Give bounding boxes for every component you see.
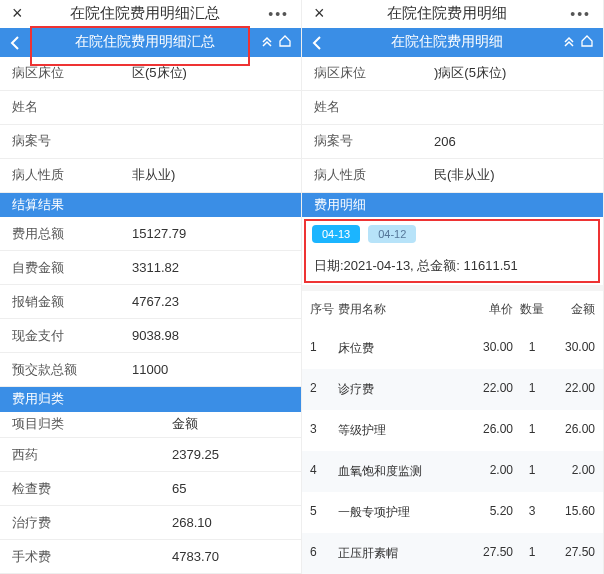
right-pane: × 在院住院费用明细 ••• 在院住院费用明细 病区床位)病区(5床位)姓名病案… — [302, 0, 604, 574]
info-row: 费用总额15127.79 — [0, 217, 301, 251]
info-label: 病区床位 — [12, 64, 132, 82]
back-icon[interactable] — [10, 34, 28, 50]
home-icon[interactable] — [279, 35, 291, 50]
info-label: 病区床位 — [314, 64, 434, 82]
cell-price: 30.00 — [461, 340, 513, 357]
home-icon[interactable] — [581, 35, 593, 50]
info-value: 9038.98 — [132, 328, 289, 343]
cell-name: 一般专项护理 — [338, 504, 461, 521]
info-row: 治疗费268.10 — [0, 506, 301, 540]
info-value: )病区(5床位) — [434, 64, 591, 82]
cell-amount: 22.00 — [551, 381, 595, 398]
info-value: 区(5床位) — [132, 64, 289, 82]
info-label: 费用总额 — [12, 225, 132, 243]
table-row: 3等级护理26.00126.00 — [302, 410, 603, 451]
info-row: 病区床位)病区(5床位) — [302, 57, 603, 91]
more-icon[interactable]: ••• — [268, 6, 289, 22]
nav-title: 在院住院费用明细汇总 — [28, 33, 261, 51]
cell-qty: 1 — [513, 340, 551, 357]
cell-index: 5 — [310, 504, 338, 521]
collapse-icon[interactable] — [261, 35, 273, 50]
info-row: 预交款总额11000 — [0, 353, 301, 387]
navbar: 在院住院费用明细 — [302, 28, 603, 57]
info-label: 手术费 — [12, 548, 172, 566]
cell-amount: 30.00 — [551, 340, 595, 357]
close-icon[interactable]: × — [12, 3, 23, 24]
tab-date-0[interactable]: 04-13 — [312, 225, 360, 243]
cell-amount: 27.50 — [551, 545, 595, 562]
page-title: 在院住院费用明细 — [387, 4, 507, 23]
th-qty: 数量 — [513, 301, 551, 318]
th-price: 单价 — [461, 301, 513, 318]
cell-price: 27.50 — [461, 545, 513, 562]
info-value: 3311.82 — [132, 260, 289, 275]
info-label: 检查费 — [12, 480, 172, 498]
cell-index: 6 — [310, 545, 338, 562]
cell-name: 等级护理 — [338, 422, 461, 439]
close-icon[interactable]: × — [314, 3, 325, 24]
nav-title: 在院住院费用明细 — [330, 33, 563, 51]
th-name: 费用名称 — [338, 301, 461, 318]
table-row: 2诊疗费22.00122.00 — [302, 369, 603, 410]
info-row: 病人性质非从业) — [0, 159, 301, 193]
cell-index: 4 — [310, 463, 338, 480]
info-label: 病案号 — [314, 132, 434, 150]
info-row: 报销金额4767.23 — [0, 285, 301, 319]
info-label: 病案号 — [12, 132, 132, 150]
category-header-row: 项目归类 金额 — [0, 412, 301, 438]
cell-amount: 26.00 — [551, 422, 595, 439]
info-row: 病人性质民(非从业) — [302, 159, 603, 193]
cell-price: 2.00 — [461, 463, 513, 480]
info-row: 手术费4783.70 — [0, 540, 301, 574]
navbar: 在院住院费用明细汇总 — [0, 28, 301, 57]
info-label: 预交款总额 — [12, 361, 132, 379]
info-value: 65 — [172, 481, 289, 496]
cell-name: 血氧饱和度监测 — [338, 463, 461, 480]
info-value: 2379.25 — [172, 447, 289, 462]
cell-price: 26.00 — [461, 422, 513, 439]
section-header-category: 费用归类 — [0, 387, 301, 412]
info-value: 民(非从业) — [434, 166, 591, 184]
section-header-detail: 费用明细 — [302, 193, 603, 217]
info-row: 病区床位区(5床位) — [0, 57, 301, 91]
cell-qty: 3 — [513, 504, 551, 521]
info-value: 4767.23 — [132, 294, 289, 309]
info-row: 病案号 — [0, 125, 301, 159]
info-label: 病人性质 — [12, 166, 132, 184]
more-icon[interactable]: ••• — [570, 6, 591, 22]
info-row: 姓名 — [0, 91, 301, 125]
info-value: 206 — [434, 134, 591, 149]
titlebar: × 在院住院费用明细 ••• — [302, 0, 603, 28]
back-icon[interactable] — [312, 34, 330, 50]
th-amount: 金额 — [551, 301, 595, 318]
info-label: 报销金额 — [12, 293, 132, 311]
cat-hdr-value: 金额 — [172, 415, 289, 433]
info-label: 姓名 — [314, 98, 434, 116]
titlebar: × 在院住院费用明细汇总 ••• — [0, 0, 301, 28]
cell-name: 床位费 — [338, 340, 461, 357]
cell-amount: 2.00 — [551, 463, 595, 480]
info-label: 现金支付 — [12, 327, 132, 345]
cell-qty: 1 — [513, 422, 551, 439]
cell-index: 1 — [310, 340, 338, 357]
table-row: 6正压肝素帽27.50127.50 — [302, 533, 603, 574]
info-label: 西药 — [12, 446, 172, 464]
info-label: 姓名 — [12, 98, 132, 116]
collapse-icon[interactable] — [563, 35, 575, 50]
cell-name: 诊疗费 — [338, 381, 461, 398]
cell-qty: 1 — [513, 463, 551, 480]
cat-hdr-label: 项目归类 — [12, 415, 172, 433]
table-row: 4血氧饱和度监测2.0012.00 — [302, 451, 603, 492]
cell-index: 3 — [310, 422, 338, 439]
date-summary: 日期:2021-04-13, 总金额: 11611.51 — [302, 251, 603, 291]
th-index: 序号 — [310, 301, 338, 318]
info-value: 15127.79 — [132, 226, 289, 241]
info-value: 非从业) — [132, 166, 289, 184]
info-row: 检查费65 — [0, 472, 301, 506]
table-row: 1床位费30.00130.00 — [302, 328, 603, 369]
info-row: 现金支付9038.98 — [0, 319, 301, 353]
tab-date-1[interactable]: 04-12 — [368, 225, 416, 243]
info-value: 268.10 — [172, 515, 289, 530]
info-row: 自费金额3311.82 — [0, 251, 301, 285]
page-title: 在院住院费用明细汇总 — [70, 4, 220, 23]
